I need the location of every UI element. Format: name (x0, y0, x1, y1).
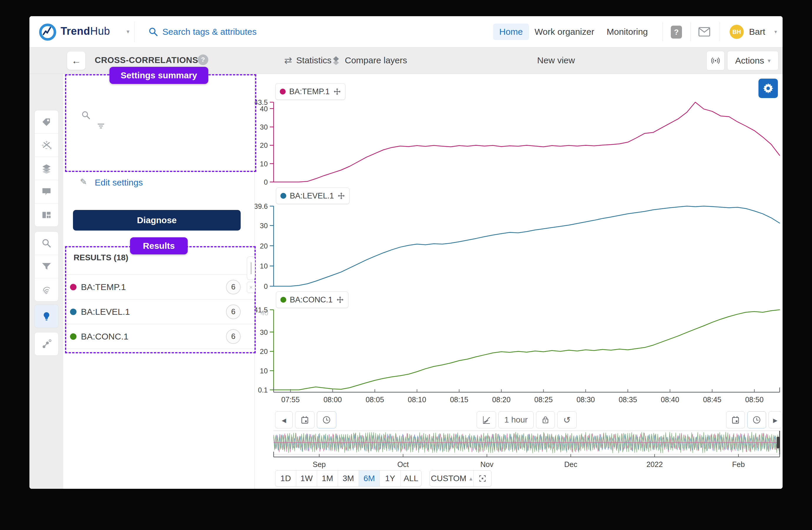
back-button[interactable]: ← (67, 52, 85, 70)
sidebar-tool-graph-nodes[interactable] (35, 332, 58, 355)
time-nav-left-group: ◂ (275, 412, 336, 429)
tag-filter-icon (97, 123, 105, 129)
sidebar-tool-fingerprint[interactable] (35, 278, 58, 301)
step-back-button[interactable]: ◂ (275, 412, 293, 429)
svg-text:40: 40 (260, 105, 268, 113)
nav-tab-monitoring[interactable]: Monitoring (604, 24, 651, 40)
nav-tab-home[interactable]: Home (493, 24, 529, 40)
svg-text:Feb: Feb (732, 460, 745, 469)
lock-range-button[interactable] (536, 412, 555, 429)
svg-text:10: 10 (260, 160, 268, 168)
result-row[interactable]: BA:CONC.16 (65, 324, 253, 349)
range-preset-1d[interactable]: 1D (275, 471, 296, 486)
pencil-icon: ✎ (80, 177, 87, 187)
calendar-end-button[interactable] (726, 412, 745, 429)
tag-icon (42, 117, 52, 127)
panel-collapse-button[interactable]: ✕ (247, 282, 255, 293)
live-broadcast-button[interactable] (706, 51, 725, 70)
dashboard-icon (42, 210, 52, 220)
user-menu-caret-icon[interactable]: ▾ (774, 29, 777, 35)
sidebar-tool-layers[interactable] (35, 157, 58, 180)
series-color-dot (280, 297, 286, 303)
move-icon[interactable] (337, 192, 345, 200)
edit-settings-link[interactable]: Edit settings (95, 178, 143, 187)
range-preset-1m[interactable]: 1M (317, 471, 338, 486)
range-preset-1y[interactable]: 1Y (379, 471, 401, 486)
svg-text:−: − (45, 147, 47, 150)
sidebar-tool-lightbulb[interactable] (35, 305, 58, 328)
help-icon[interactable]: ? (671, 26, 682, 39)
sidebar-tool-dashboard[interactable] (35, 203, 58, 226)
svg-text:20: 20 (260, 242, 268, 250)
tag-chip-level[interactable]: BA:LEVEL.1 (276, 187, 349, 204)
swap-arrows-icon: ⇄ (284, 55, 292, 66)
svg-text:Dec: Dec (564, 460, 577, 469)
history-button[interactable]: ↺ (557, 412, 577, 429)
result-color-dot (70, 309, 76, 315)
duration-button[interactable]: 1 hour (498, 412, 534, 429)
move-icon[interactable] (333, 88, 341, 95)
result-row[interactable]: BA:TEMP.16 (65, 275, 253, 299)
chart-settings-button[interactable] (758, 79, 778, 98)
sidebar-tool-comment[interactable] (35, 180, 58, 203)
sidebar-group: +÷×− (34, 110, 59, 227)
sidebar-tool-tag[interactable] (35, 110, 58, 134)
sidebar-tool-math-operators[interactable]: +÷×− (35, 134, 58, 157)
svg-text:÷: ÷ (42, 143, 44, 148)
context-selection-handle[interactable] (777, 437, 779, 448)
range-preset-1w[interactable]: 1W (296, 471, 317, 486)
panel-title: CROSS-CORRELATIONS (95, 55, 198, 65)
time-start-button[interactable] (317, 412, 336, 429)
actions-caret-icon: ▾ (768, 57, 770, 64)
fit-view-button[interactable] (473, 471, 491, 486)
svg-text:20: 20 (260, 347, 268, 355)
global-search-input[interactable]: Search tags & attributes (162, 27, 257, 37)
sidebar-group (34, 332, 59, 356)
svg-text:Oct: Oct (397, 460, 409, 469)
user-avatar[interactable]: BH (730, 25, 744, 39)
navbar-divider (691, 22, 691, 41)
svg-text:08:35: 08:35 (619, 395, 637, 404)
range-preset-all[interactable]: ALL (401, 471, 421, 486)
time-end-button[interactable] (747, 412, 766, 429)
step-forward-button[interactable]: ▸ (768, 412, 782, 429)
compare-layers-button[interactable]: Compare layers (324, 47, 414, 74)
calendar-start-button[interactable] (295, 412, 315, 429)
actions-dropdown[interactable]: Actions ▾ (727, 51, 779, 70)
sidebar-tool-search[interactable] (35, 232, 58, 255)
tag-chip-temp[interactable]: BA:TEMP.1 (275, 83, 345, 100)
series-color-dot (280, 89, 286, 95)
interpolation-button[interactable] (477, 412, 496, 429)
panel-help-icon[interactable]: ? (198, 55, 208, 65)
filter-icon (42, 262, 52, 271)
svg-text:08:10: 08:10 (408, 395, 426, 404)
svg-text:41.5: 41.5 (255, 306, 268, 314)
range-preset-3m[interactable]: 3M (338, 471, 359, 486)
layers-diamond-icon (331, 56, 341, 65)
sidebar-tool-filter[interactable] (35, 255, 58, 278)
move-icon[interactable] (336, 296, 344, 304)
custom-range-button[interactable]: CUSTOM ▴ (430, 471, 473, 486)
result-tag-name: BA:CONC.1 (81, 332, 129, 341)
calendar-icon (300, 416, 309, 424)
panel-resize-handle[interactable] (247, 256, 255, 280)
svg-text:08:15: 08:15 (450, 395, 468, 404)
time-range-presets: 1D1W1M3M6M1YALL (275, 470, 422, 487)
workspace-caret-icon[interactable]: ▾ (127, 28, 129, 35)
tag-chip-conc[interactable]: BA:CONC.1 (276, 292, 348, 308)
comment-icon (42, 187, 52, 197)
svg-text:08:25: 08:25 (534, 395, 553, 404)
nav-tab-work-organizer[interactable]: Work organizer (534, 24, 595, 40)
svg-text:30: 30 (260, 222, 268, 230)
result-count-badge: 6 (226, 305, 241, 319)
range-preset-6m[interactable]: 6M (359, 471, 379, 486)
svg-text:08:05: 08:05 (366, 395, 384, 404)
lightbulb-icon (42, 311, 52, 321)
result-row[interactable]: BA:LEVEL.16 (65, 299, 253, 324)
mail-icon[interactable] (698, 27, 711, 37)
search-icon (148, 27, 158, 37)
user-name[interactable]: Bart (749, 27, 765, 37)
svg-text:08:45: 08:45 (703, 395, 721, 404)
diagnose-button[interactable]: Diagnose (73, 210, 241, 231)
svg-text:Sep: Sep (313, 460, 326, 469)
